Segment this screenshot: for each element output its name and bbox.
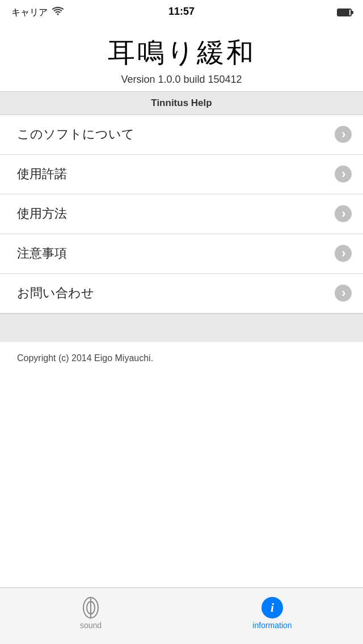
menu-item-label-contact: お問い合わせ [17, 285, 94, 302]
tab-sound[interactable]: sound [0, 597, 182, 635]
status-bar: キャリア 11:57 [0, 0, 363, 25]
tab-sound-label: sound [80, 621, 102, 630]
chevron-icon-how-to-use [335, 205, 352, 222]
content-area: キャリア 11:57 耳鳴り緩和 Version 1.0.0 build 150… [0, 0, 363, 587]
svg-point-0 [57, 14, 59, 15]
menu-item-cautions[interactable]: 注意事項 [0, 234, 363, 274]
status-time: 11:57 [168, 6, 195, 18]
status-right [337, 9, 352, 16]
menu-item-how-to-use[interactable]: 使用方法 [0, 194, 363, 234]
carrier-label: キャリア [11, 7, 48, 19]
tab-information-label: information [252, 621, 292, 630]
sound-icon [80, 597, 102, 618]
app-header: 耳鳴り緩和 Version 1.0.0 build 150412 [0, 25, 363, 91]
chevron-icon-cautions [335, 245, 352, 262]
copyright-text: Copyright (c) 2014 Eigo Miyauchi. [0, 342, 363, 375]
app-version: Version 1.0.0 build 150412 [11, 74, 352, 86]
menu-list: このソフトについて 使用許諾 使用方法 注意事項 お問い合わせ [0, 115, 363, 313]
menu-item-label-cautions: 注意事項 [17, 245, 67, 262]
status-left: キャリア [11, 7, 64, 19]
tab-information[interactable]: i information [182, 597, 363, 635]
menu-item-label-how-to-use: 使用方法 [17, 205, 67, 222]
chevron-icon-about [335, 126, 352, 143]
info-icon: i [261, 597, 283, 618]
footer-section [0, 313, 363, 342]
section-header: Tinnitus Help [0, 91, 363, 115]
battery-icon [337, 9, 352, 16]
menu-item-contact[interactable]: お問い合わせ [0, 274, 363, 313]
wifi-icon [52, 7, 64, 18]
menu-item-about[interactable]: このソフトについて [0, 115, 363, 155]
chevron-icon-contact [335, 285, 352, 302]
menu-item-license[interactable]: 使用許諾 [0, 155, 363, 194]
menu-item-label-license: 使用許諾 [17, 166, 67, 183]
chevron-icon-license [335, 166, 352, 183]
tab-bar: sound i information [0, 587, 363, 644]
app-title: 耳鳴り緩和 [11, 36, 352, 69]
menu-item-label-about: このソフトについて [17, 126, 134, 143]
